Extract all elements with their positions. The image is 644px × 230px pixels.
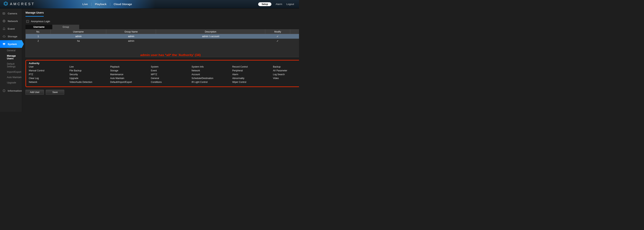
authority-item: Network [192, 69, 230, 73]
cell-group: admin [106, 35, 156, 38]
authority-item: Video [273, 77, 299, 81]
sidebar-sub-manage-users[interactable]: Manage Users [0, 53, 22, 61]
subtabs: Username Group [26, 25, 299, 29]
authority-item: User [29, 65, 68, 69]
authority-item: Storage [110, 69, 149, 73]
authority-item: System Info [192, 65, 230, 69]
authority-title: Authority [29, 62, 299, 65]
nav-live[interactable]: Live [79, 3, 91, 6]
sidebar-sub-import-export[interactable]: Import/Export [0, 69, 22, 75]
authority-item: Playback [110, 65, 149, 69]
topbar: AMCREST Live Playback Cloud Storage Setu… [0, 0, 299, 8]
anonymous-login-row: Anonymous Login [26, 19, 299, 25]
authority-item [273, 81, 299, 85]
page-tab-manage-users[interactable]: Manage Users [26, 11, 44, 17]
top-nav: Live Playback Cloud Storage [79, 3, 135, 6]
authority-item: Wiper Control [232, 81, 272, 85]
sidebar-item-storage[interactable]: Storage [0, 32, 22, 40]
authority-item: Account [192, 73, 230, 77]
col-group: Group Name [106, 29, 156, 34]
sidebar-item-camera[interactable]: Camera [0, 9, 22, 17]
table-row[interactable]: 1 admin admin admin 's account [26, 34, 299, 39]
svg-point-3 [4, 13, 4, 14]
nav-alarm[interactable]: Alarm [276, 3, 282, 5]
sidebar-label: Network [8, 20, 18, 23]
authority-item: System [151, 65, 190, 69]
edit-icon[interactable] [276, 35, 279, 37]
authority-item: Video/Audio Detection [70, 81, 109, 85]
sidebar-sub-auto-maintain[interactable]: Auto Maintain [0, 75, 22, 80]
sidebar: Camera Network Event Storage System Gene… [0, 8, 22, 112]
authority-item: Schedule/Destination [192, 77, 230, 81]
svg-marker-0 [4, 2, 8, 5]
sidebar-item-network[interactable]: Network [0, 17, 22, 25]
authority-item: Manual Control [29, 69, 68, 73]
edit-icon[interactable] [276, 39, 279, 42]
col-modify: Modify [265, 29, 290, 34]
sidebar-item-system[interactable]: System [0, 40, 22, 48]
nav-logout[interactable]: Logout [286, 3, 294, 5]
panel: Anonymous Login Username Group No. Usern… [26, 19, 299, 57]
authority-item: Network [29, 81, 68, 85]
cell-username: ha [50, 40, 106, 42]
authority-box: admin user has *all* the 'Authority' (34… [26, 60, 299, 87]
authority-item: Default/Import/Export [110, 81, 149, 85]
nav-playback[interactable]: Playback [92, 3, 110, 6]
authority-item: IR Light Control [192, 81, 230, 85]
authority-item: MPTZ [151, 73, 190, 77]
content: Manage Users Anonymous Login Username Gr… [22, 8, 299, 112]
cloud-icon [2, 35, 6, 38]
bell-icon [2, 27, 6, 30]
page-tabs: Manage Users [22, 8, 299, 17]
cell-group: admin [106, 40, 156, 42]
svg-rect-7 [3, 43, 5, 45]
authority-item: Security [70, 73, 109, 77]
svg-rect-11 [4, 90, 4, 90]
svg-rect-10 [4, 91, 4, 91]
subtab-username[interactable]: Username [26, 25, 52, 29]
authority-item: Clear Log [29, 77, 68, 81]
cell-desc: admin 's account [156, 35, 265, 38]
authority-item: Alarm [232, 73, 272, 77]
authority-item: Live [70, 65, 109, 69]
cell-no: 2 [26, 40, 50, 42]
authority-item: Upgrade [70, 77, 109, 81]
anonymous-login-label: Anonymous Login [31, 20, 50, 23]
globe-icon [2, 19, 6, 23]
monitor-icon [2, 42, 6, 46]
cell-username: admin [50, 35, 106, 38]
authority-item: Event [151, 69, 190, 73]
authority-item: Log Search [273, 73, 299, 77]
anonymous-login-checkbox[interactable] [26, 20, 29, 23]
sidebar-sub-general[interactable]: General [0, 48, 22, 53]
sidebar-item-event[interactable]: Event [0, 25, 22, 32]
authority-item: Abnormality [232, 77, 272, 81]
camera-icon [2, 12, 6, 15]
authority-item: Auto Maintain [110, 77, 149, 81]
authority-item: General [151, 77, 190, 81]
authority-item: Record Control [232, 65, 272, 69]
svg-rect-8 [4, 45, 4, 45]
col-delete: Delete [290, 29, 299, 34]
col-no: No. [26, 29, 50, 34]
brand-hex-icon [4, 1, 8, 7]
sidebar-label: Information [8, 89, 22, 92]
save-button[interactable]: Save [46, 90, 64, 95]
brand-text: AMCREST [10, 2, 35, 6]
sidebar-label: Camera [8, 12, 17, 15]
table-row[interactable]: 2 ha admin [26, 39, 299, 43]
sidebar-item-information[interactable]: Information [0, 87, 22, 95]
authority-item: Conditions [151, 81, 190, 85]
col-username: Username [50, 29, 106, 34]
authority-item: AV Parameter [273, 69, 299, 73]
nav-setup[interactable]: Setup [258, 2, 272, 6]
button-row: Add User Save [26, 90, 299, 95]
authority-item: File Backup [70, 69, 109, 73]
authority-item: PTZ [29, 73, 68, 77]
sidebar-sub-upgrade[interactable]: Upgrade [0, 80, 22, 85]
nav-cloud[interactable]: Cloud Storage [110, 3, 136, 6]
sidebar-label: System [8, 43, 17, 46]
subtab-group[interactable]: Group [52, 25, 79, 29]
sidebar-sub-default-settings[interactable]: Default Settings [0, 61, 22, 69]
add-user-button[interactable]: Add User [26, 90, 44, 95]
